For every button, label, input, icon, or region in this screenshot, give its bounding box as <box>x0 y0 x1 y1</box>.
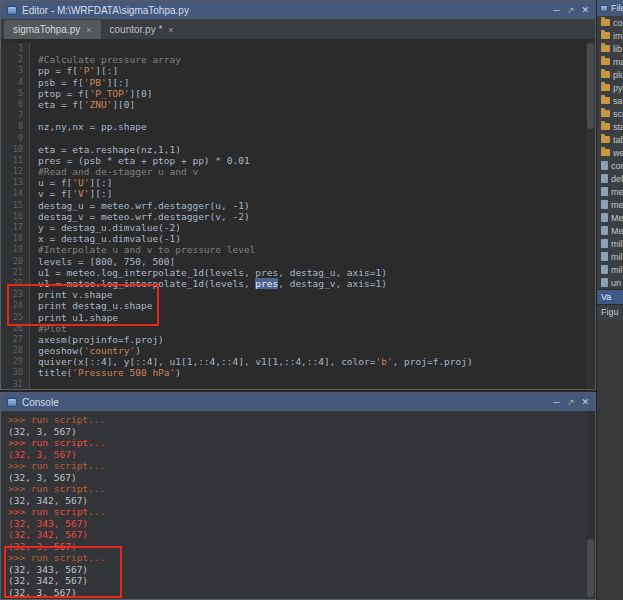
code-line[interactable]: 27axesm(projinfo=f.proj) <box>1 334 595 345</box>
minimize-icon[interactable]: ─ <box>554 393 560 411</box>
tree-item-folder[interactable]: sta <box>597 120 623 133</box>
tree-item-file[interactable]: con <box>597 159 623 172</box>
code-token: 'P' <box>78 65 95 76</box>
editor-scrollbar-thumb[interactable] <box>587 43 594 129</box>
line-number: 3 <box>1 65 30 76</box>
tree-item-file[interactable]: def <box>597 172 623 185</box>
code-line[interactable]: 28geoshow('country') <box>1 345 595 356</box>
code-line[interactable]: 8nz,ny,nx = pp.shape <box>1 121 595 132</box>
code-line[interactable]: 16destag_v = meteo.wrf.destagger(v, -2) <box>1 211 595 222</box>
console-scrollbar[interactable] <box>586 411 595 599</box>
line-number: 6 <box>1 99 30 110</box>
tree-item-folder[interactable]: we <box>597 146 623 159</box>
code-line[interactable]: 20levels = [800, 750, 500] <box>1 256 595 267</box>
editor-titlebar[interactable]: Editor - M:\WRFDATA\sigmaTohpa.py ─ ↗ ✕ <box>1 1 595 19</box>
tree-item-file[interactable]: me <box>597 185 623 198</box>
console-window-icon <box>7 398 17 407</box>
code-token: destag_u = meteo.wrf.destagger(u, -1) <box>38 200 250 211</box>
tree-item-folder[interactable]: plu <box>597 68 623 81</box>
code-line[interactable]: 22v1 = meteo.log_interpolate_1d(levels, … <box>1 278 595 289</box>
code-line[interactable]: 2#Calculate pressure array <box>1 54 595 65</box>
code-line[interactable]: 12#Read and de-stagger u and v <box>1 166 595 177</box>
line-number: 17 <box>1 222 30 233</box>
console-line: >>> run script... <box>8 483 595 495</box>
tree-item-file[interactable]: un <box>597 276 623 289</box>
tree-item-folder[interactable]: sa <box>597 94 623 107</box>
code-text: #Calculate pressure array <box>30 54 181 65</box>
code-token: ][:] <box>90 188 113 199</box>
tree-item-folder[interactable]: scr <box>597 107 623 120</box>
tree-item-folder[interactable]: lib <box>597 42 623 55</box>
console-output[interactable]: >>> run script...(32, 3, 567)>>> run scr… <box>1 411 595 599</box>
panel-tab-figu[interactable]: Figu <box>597 304 623 319</box>
code-line[interactable]: 6eta = f['ZNU'][0] <box>1 99 595 110</box>
code-token: ][0] <box>112 99 135 110</box>
console-window: Console ─ ↗ ✕ >>> run script...(32, 3, 5… <box>0 392 596 600</box>
code-text: quiver(x[::4], y[::4], u1[1,::4,::4], v1… <box>30 356 473 367</box>
line-number: 5 <box>1 88 30 99</box>
tree-item-folder[interactable]: pyl <box>597 81 623 94</box>
code-line[interactable]: 5ptop = f['P_TOP'][0] <box>1 88 595 99</box>
tree-item-file[interactable]: me <box>597 198 623 211</box>
code-line[interactable]: 4psb = f['PB'][:] <box>1 77 595 88</box>
code-editor[interactable]: 12#Calculate pressure array3pp = f['P'][… <box>1 40 595 389</box>
console-scrollbar-thumb[interactable] <box>587 539 594 597</box>
code-line[interactable]: 24print destag_u.shape <box>1 300 595 311</box>
code-line[interactable]: 13u = f['U'][:] <box>1 177 595 188</box>
tab-close-icon[interactable]: × <box>168 25 173 35</box>
code-line[interactable]: 1 <box>1 43 595 54</box>
tree-item-folder[interactable]: ma <box>597 55 623 68</box>
code-line[interactable]: 26#Plot <box>1 323 595 334</box>
tab-sigmatohpa-py[interactable]: sigmaTohpa.py× <box>4 20 101 39</box>
editor-scrollbar[interactable] <box>586 40 595 389</box>
code-line[interactable]: 30title('Pressure 500 hPa') <box>1 367 595 378</box>
code-line[interactable]: 18x = destag_u.dimvalue(-1) <box>1 233 595 244</box>
tree-item-file[interactable]: mil <box>597 250 623 263</box>
code-line[interactable]: 9 <box>1 133 595 144</box>
code-token: 'V' <box>72 188 89 199</box>
code-line[interactable]: 11pres = (psb * eta + ptop + pp) * 0.01 <box>1 155 595 166</box>
panel-tab-va[interactable]: Va <box>597 289 623 304</box>
code-token: pres = (psb * eta + ptop + pp) * 0.01 <box>38 155 250 166</box>
editor-window-controls: ─ ↗ ✕ <box>554 1 589 19</box>
maximize-icon[interactable]: ↗ <box>567 393 575 411</box>
tab-close-icon[interactable]: × <box>86 25 91 35</box>
maximize-icon[interactable]: ↗ <box>567 1 575 19</box>
file-panel-icon <box>600 5 608 12</box>
code-line[interactable]: 29quiver(x[::4], y[::4], u1[1,::4,::4], … <box>1 356 595 367</box>
console-titlebar[interactable]: Console ─ ↗ ✕ <box>1 393 595 411</box>
tree-item-folder[interactable]: tab <box>597 133 623 146</box>
code-token: 'PB' <box>84 77 107 88</box>
code-line[interactable]: 14v = f['V'][:] <box>1 188 595 199</box>
code-line[interactable]: 21u1 = meteo.log_interpolate_1d(levels, … <box>1 267 595 278</box>
code-line[interactable]: 15destag_u = meteo.wrf.destagger(u, -1) <box>1 200 595 211</box>
file-explorer-panel: File colimalibmaplupylsascrstatabweconde… <box>596 0 623 600</box>
code-token: ][:] <box>90 177 113 188</box>
code-line[interactable]: 3pp = f['P'][:] <box>1 65 595 76</box>
tree-item-file[interactable]: Me <box>597 224 623 237</box>
code-token: print destag_u.shape <box>38 300 152 311</box>
line-number: 22 <box>1 278 30 289</box>
tab-countor-py[interactable]: countor.py *× <box>101 20 183 39</box>
minimize-icon[interactable]: ─ <box>554 1 560 19</box>
code-line[interactable]: 17y = destag_u.dimvalue(-2) <box>1 222 595 233</box>
code-line[interactable]: 10eta = eta.reshape(nz,1,1) <box>1 144 595 155</box>
code-text: destag_u = meteo.wrf.destagger(u, -1) <box>30 200 250 211</box>
tree-item-folder[interactable]: ima <box>597 29 623 42</box>
tree-item-file[interactable]: mil <box>597 263 623 276</box>
code-line[interactable]: 7 <box>1 110 595 121</box>
file-tree: colimalibmaplupylsascrstatabwecondefmeme… <box>597 16 623 289</box>
code-token: nz,ny,nx = pp.shape <box>38 121 147 132</box>
tree-item-folder[interactable]: col <box>597 16 623 29</box>
code-line[interactable]: 19#Interpolate u and v to pressure level <box>1 244 595 255</box>
file-panel-titlebar[interactable]: File <box>597 0 623 16</box>
code-line[interactable]: 31 <box>1 379 595 389</box>
close-icon[interactable]: ✕ <box>581 1 589 19</box>
code-line[interactable]: 25print u1.shape <box>1 312 595 323</box>
tree-item-file[interactable]: Me <box>597 211 623 224</box>
tree-item-file[interactable]: mil <box>597 237 623 250</box>
tree-item-label: tab <box>613 135 623 145</box>
folder-icon <box>601 32 610 39</box>
close-icon[interactable]: ✕ <box>581 393 589 411</box>
code-line[interactable]: 23print v.shape <box>1 289 595 300</box>
